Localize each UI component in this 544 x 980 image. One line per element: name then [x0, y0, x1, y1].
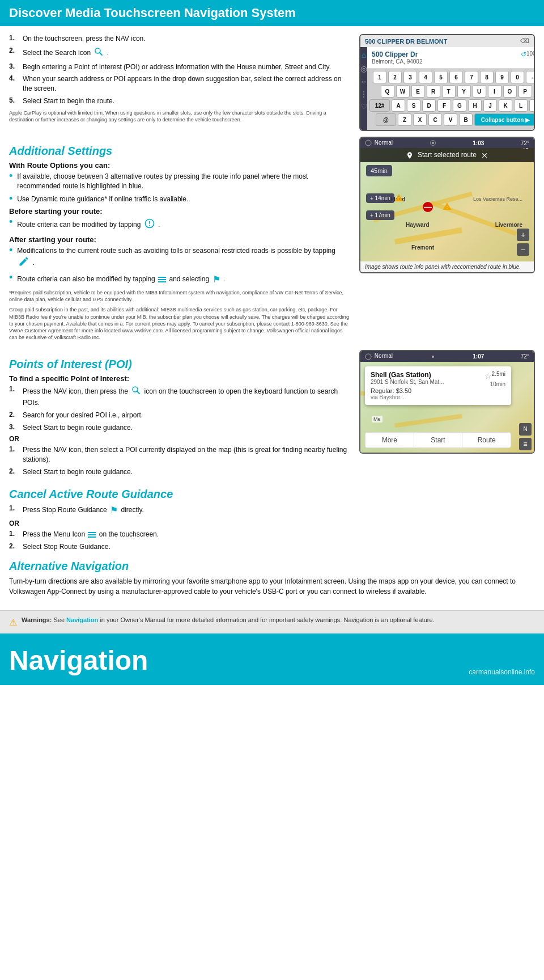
kb-key-h[interactable]: H	[468, 99, 482, 112]
route-arrow: ↺	[521, 50, 526, 58]
cancel-step-1: 1. Press Stop Route Guidance ⚑ directly.	[9, 504, 535, 517]
kb-key-w[interactable]: W	[396, 85, 410, 98]
pin-icon: ◎	[360, 64, 367, 73]
poi-step-text-3: Select Start to begin route guidance.	[23, 423, 350, 433]
cancel-step-alt-text-1: Press the Menu Icon on the touchscreen.	[23, 530, 535, 539]
kb-key-8[interactable]: 8	[480, 71, 494, 83]
city-livermore: Livermore	[495, 222, 522, 228]
kb-key-q[interactable]: Q	[381, 85, 394, 98]
step-1: 1. On the touchscreen, press the NAV ico…	[9, 34, 350, 44]
kb-key-u[interactable]: U	[473, 85, 486, 98]
city-fremont: Fremont	[411, 244, 434, 251]
kb-key-6[interactable]: 6	[449, 71, 463, 83]
kb-key-x[interactable]: X	[413, 113, 427, 126]
clear-icon: ⌫	[520, 37, 529, 45]
alt-time-badge-1: + 14min	[366, 193, 394, 203]
kb-collapse-button[interactable]: Collapse button ▶	[474, 113, 535, 126]
kb-key-7[interactable]: 7	[465, 71, 478, 83]
navigation-link[interactable]: Navigation	[66, 616, 98, 623]
page-header: Discover Media Touchscreen Navigation Sy…	[0, 0, 544, 26]
bottom-nav-title: Navigation	[9, 645, 148, 676]
kb-key-y[interactable]: Y	[457, 85, 471, 98]
search-icon-2	[131, 385, 141, 398]
or-divider-1: OR	[9, 435, 350, 443]
before-route-label: Before starting your route:	[9, 207, 350, 216]
kb-key-i[interactable]: I	[488, 85, 502, 98]
before-bullet-text: Route criteria can be modified by tappin…	[17, 218, 350, 232]
kb-key-b[interactable]: B	[459, 113, 473, 126]
kb-key-t[interactable]: T	[442, 85, 456, 98]
kb-key-e[interactable]: E	[411, 85, 425, 98]
kb-key-v[interactable]: V	[444, 113, 457, 126]
search-icon	[94, 47, 104, 60]
poi-card-name: Shell (Gas Station) 2901 S Norfolk St, S…	[371, 371, 444, 385]
kb-key-k[interactable]: K	[499, 99, 512, 112]
step-text-4: When your search address or POI appears …	[23, 74, 350, 94]
step-text-2: Select the Search icon .	[23, 47, 350, 60]
kb-key-1[interactable]: 1	[373, 71, 386, 83]
after-bullet-dot-1: •	[9, 245, 12, 255]
search-result: 100 ft ↺ 500 Clipper Dr Belmont, CA, 940…	[367, 47, 535, 69]
poi-step-num-2: 2.	[9, 411, 19, 419]
map-content-area: Start selected route N Oakland Los Vacie…	[360, 148, 534, 261]
keyboard-screen-mockup: 500 CLIPPER DR BELMONT ⌫ ⌂ ◎ ↔ ⋮ ♡	[359, 34, 535, 131]
kb-key-0[interactable]: 0	[511, 71, 524, 83]
poi-start-button[interactable]: Start	[414, 433, 463, 447]
svg-line-6	[137, 391, 140, 394]
kb-key-p[interactable]: P	[518, 85, 532, 98]
poi-route-button[interactable]: Route	[462, 433, 511, 447]
kb-key-12hash[interactable]: 12#	[369, 99, 390, 112]
poi-steps-2: 1. Press the NAV icon, then select a POI…	[9, 445, 350, 476]
warnings-label: Warnings:	[22, 616, 52, 623]
kb-key-5[interactable]: 5	[434, 71, 448, 83]
city-hayward: Hayward	[406, 222, 430, 228]
section-2-screen: Normal 1:03 72° Start selected route N	[359, 137, 535, 344]
warning-triangle-icon: ⚠	[9, 617, 17, 628]
kb-key-3[interactable]: 3	[403, 71, 417, 83]
kb-key-4[interactable]: 4	[419, 71, 432, 83]
kb-key-l[interactable]: L	[514, 99, 528, 112]
poi-status-center	[430, 353, 436, 360]
map-time-display: 1:03	[473, 140, 484, 146]
map-menu-button[interactable]: ≡	[519, 438, 532, 450]
kb-key-d[interactable]: D	[422, 99, 436, 112]
result-address-sub: Belmont, CA, 94002	[372, 58, 535, 65]
kb-key-dash[interactable]: -	[526, 71, 535, 83]
kb-key-o[interactable]: O	[503, 85, 517, 98]
kb-key-a[interactable]: A	[392, 99, 405, 112]
kb-row-numbers: 1 2 3 4 5 6 7 8 9 0 -	[369, 71, 535, 83]
kb-row-zxcv: @ Z X C V B Collapse button ▶	[369, 113, 535, 126]
kb-key-9[interactable]: 9	[495, 71, 509, 83]
kb-key-z[interactable]: Z	[398, 113, 411, 126]
kb-key-2[interactable]: 2	[388, 71, 402, 83]
kb-key-g[interactable]: G	[453, 99, 466, 112]
cancel-steps-1: 1. Press Stop Route Guidance ⚑ directly.	[9, 504, 535, 517]
zoom-out-button[interactable]: −	[517, 243, 529, 256]
road-3	[394, 227, 462, 245]
kb-key-amp[interactable]: &	[529, 99, 535, 112]
hamburger-icon: ≡	[523, 440, 527, 448]
poi-card-dist: ☆ 2.5mi 10min	[484, 371, 505, 387]
poi-subheading: To find a specific Point of Interest:	[9, 374, 350, 383]
poi-card-header: Shell (Gas Station) 2901 S Norfolk St, S…	[371, 371, 505, 387]
kb-key-at[interactable]: @	[376, 113, 396, 126]
kb-key-j[interactable]: J	[483, 99, 497, 112]
section-1-screen: 500 CLIPPER DR BELMONT ⌫ ⌂ ◎ ↔ ⋮ ♡	[359, 34, 535, 131]
kb-key-f[interactable]: F	[437, 99, 451, 112]
step-num-1: 1.	[9, 34, 19, 42]
step-2: 2. Select the Search icon .	[9, 47, 350, 60]
map-status-center	[430, 140, 436, 146]
poi-more-button[interactable]: More	[366, 433, 414, 447]
main-content: 1. On the touchscreen, press the NAV ico…	[0, 26, 544, 610]
compass-icon[interactable]: N	[519, 423, 532, 436]
section2-fine-print-2: Group paid subscription in the past, and…	[9, 306, 350, 341]
me-label: Me	[372, 416, 382, 423]
step-5: 5. Select Start to begin the route.	[9, 96, 350, 106]
section-2-left: Additional Settings With Route Options y…	[9, 137, 350, 344]
route-map-mockup: Normal 1:03 72° Start selected route N	[359, 137, 535, 273]
kb-key-s[interactable]: S	[407, 99, 420, 112]
zoom-in-button[interactable]: +	[517, 229, 529, 241]
kb-key-c[interactable]: C	[428, 113, 442, 126]
home-icon: ⌂	[362, 50, 366, 60]
kb-key-r[interactable]: R	[427, 85, 440, 98]
